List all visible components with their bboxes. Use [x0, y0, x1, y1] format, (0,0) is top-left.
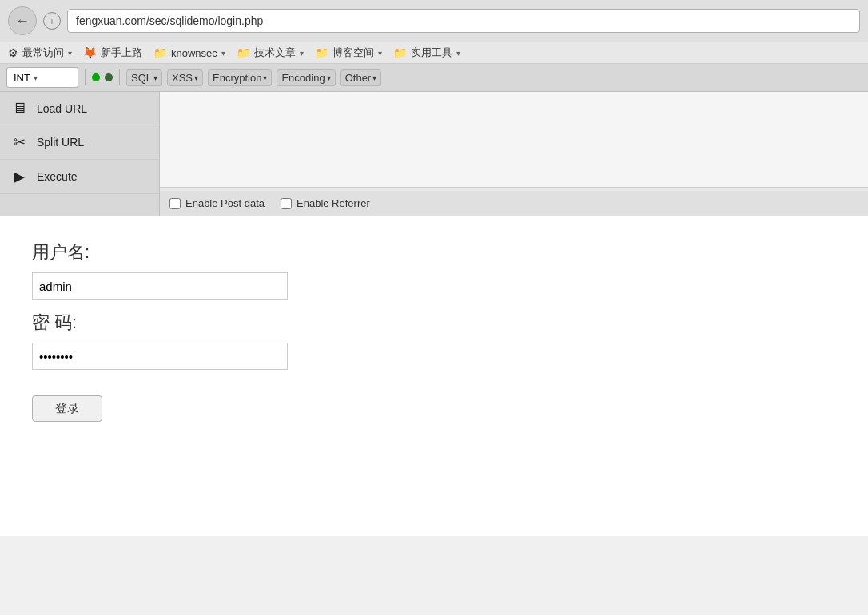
toolbar-separator-1: [85, 69, 86, 85]
load-url-icon: 🖥: [10, 100, 29, 117]
enable-referrer-label[interactable]: Enable Referrer: [281, 197, 370, 209]
username-label: 用户名:: [32, 240, 836, 264]
enable-referrer-checkbox[interactable]: [281, 198, 292, 209]
type-select-value: INT: [14, 72, 30, 84]
encryption-label: Encryption: [213, 72, 261, 84]
encoding-label: Encoding: [281, 72, 325, 84]
bookmark-shiyonggongju[interactable]: 📁 实用工具 ▾: [393, 46, 460, 60]
sql-label: SQL: [131, 72, 152, 84]
other-label: Other: [345, 72, 372, 84]
other-button[interactable]: Other ▾: [340, 69, 382, 86]
knownsec-arrow-icon: ▾: [221, 49, 225, 58]
info-icon: i: [51, 16, 53, 26]
sidebar-load-url-label: Load URL: [37, 102, 87, 115]
bookmark-bokekongjian[interactable]: 📁 博客空间 ▾: [315, 46, 382, 60]
page-content: 用户名: 密 码: 登录: [0, 216, 868, 536]
shiyonggongju-folder-icon: 📁: [393, 46, 407, 59]
sql-arrow-icon: ▾: [153, 73, 157, 82]
shiyonggongju-arrow-icon: ▾: [456, 49, 460, 58]
bokekongjian-arrow-icon: ▾: [378, 49, 382, 58]
sidebar-item-load-url[interactable]: 🖥 Load URL: [0, 92, 159, 125]
bookmark-jishuwenzhang-label: 技术文章: [254, 46, 296, 60]
enable-post-data-checkbox[interactable]: [169, 198, 181, 209]
nav-bar: ← i fengxuan.com/sec/sqlidemo/login.php: [0, 0, 868, 42]
bookmark-jishuwenzhang[interactable]: 📁 技术文章 ▾: [237, 46, 304, 60]
bookmarks-bar: ⚙ 最常访问 ▾ 🦊 新手上路 📁 knownsec ▾ 📁 技术文章 ▾ 📁 …: [0, 42, 868, 64]
bookmark-bokekongjian-label: 博客空间: [332, 46, 374, 60]
zuichang-arrow-icon: ▾: [68, 49, 72, 58]
toolbar-separator-2: [119, 69, 120, 85]
url-area: Enable Post data Enable Referrer: [160, 92, 868, 216]
other-arrow-icon: ▾: [372, 73, 376, 82]
sidebar-item-split-url[interactable]: ✂ Split URL: [0, 125, 159, 160]
encoding-arrow-icon: ▾: [327, 73, 331, 82]
bookmark-xinshoulushang[interactable]: 🦊 新手上路: [83, 46, 142, 60]
enable-post-data-label[interactable]: Enable Post data: [169, 197, 265, 209]
login-button[interactable]: 登录: [32, 395, 102, 422]
bookmark-knownsec[interactable]: 📁 knownsec ▾: [153, 46, 225, 59]
jishuwenzhang-folder-icon: 📁: [237, 46, 250, 59]
password-label: 密 码:: [32, 311, 836, 335]
sql-button[interactable]: SQL ▾: [126, 69, 162, 86]
type-select-arrow-icon: ▾: [34, 73, 38, 82]
bokekongjian-folder-icon: 📁: [315, 46, 328, 59]
bookmark-zuichang[interactable]: ⚙ 最常访问 ▾: [8, 46, 72, 60]
split-url-icon: ✂: [10, 133, 29, 151]
sidebar-execute-label: Execute: [37, 170, 78, 183]
jishuwenzhang-arrow-icon: ▾: [300, 49, 304, 58]
encoding-button[interactable]: Encoding ▾: [277, 69, 335, 86]
zuichang-icon: ⚙: [8, 46, 18, 59]
toolbar: INT ▾ SQL ▾ XSS ▾ Encryption ▾ Encoding …: [0, 64, 868, 92]
browser-chrome: ← i fengxuan.com/sec/sqlidemo/login.php …: [0, 0, 868, 216]
type-select[interactable]: INT ▾: [6, 67, 78, 88]
execute-icon: ▶: [10, 168, 29, 185]
password-input[interactable]: [32, 343, 288, 370]
username-input[interactable]: [32, 272, 288, 300]
bookmark-knownsec-label: knownsec: [171, 47, 217, 59]
back-button[interactable]: ←: [8, 6, 37, 35]
xss-arrow-icon: ▾: [194, 73, 198, 82]
knownsec-folder-icon: 📁: [153, 46, 167, 59]
firefox-icon: 🦊: [83, 46, 97, 59]
sidebar: 🖥 Load URL ✂ Split URL ▶ Execute: [0, 92, 160, 216]
url-text: fengxuan.com/sec/sqlidemo/login.php: [76, 14, 263, 27]
encryption-arrow-icon: ▾: [263, 73, 267, 82]
enable-post-data-text: Enable Post data: [185, 197, 265, 209]
enable-referrer-text: Enable Referrer: [297, 197, 370, 209]
back-icon: ←: [15, 13, 30, 30]
url-options-bar: Enable Post data Enable Referrer: [160, 191, 868, 216]
url-textarea[interactable]: [160, 92, 868, 188]
encryption-button[interactable]: Encryption ▾: [208, 69, 272, 86]
sidebar-split-url-label: Split URL: [37, 136, 84, 149]
main-area: 🖥 Load URL ✂ Split URL ▶ Execute Enable …: [0, 92, 868, 216]
info-button[interactable]: i: [43, 12, 61, 30]
dot-dark-icon: [105, 73, 113, 81]
bookmark-shiyonggongju-label: 实用工具: [411, 46, 452, 60]
xss-label: XSS: [172, 72, 193, 84]
xss-button[interactable]: XSS ▾: [167, 69, 203, 86]
dot-green-icon: [92, 73, 100, 81]
sidebar-item-execute[interactable]: ▶ Execute: [0, 160, 159, 194]
address-bar[interactable]: fengxuan.com/sec/sqlidemo/login.php: [67, 9, 860, 33]
bookmark-xinshoulushang-label: 新手上路: [101, 46, 142, 60]
bookmark-zuichang-label: 最常访问: [22, 46, 64, 60]
